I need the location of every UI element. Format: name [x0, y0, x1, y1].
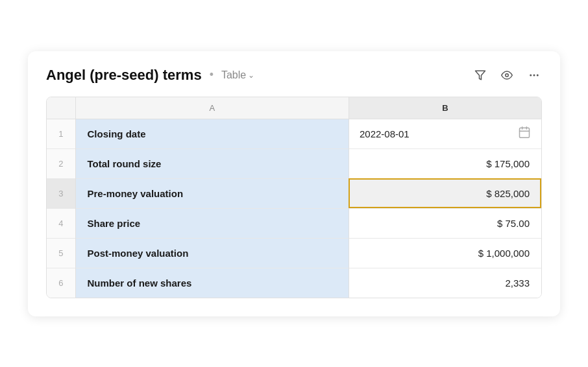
chevron-down-icon: ⌄ [248, 71, 254, 80]
svg-point-3 [533, 74, 535, 76]
header-dot: • [210, 68, 214, 82]
more-button[interactable] [526, 68, 542, 82]
row-value: $ 175,000 [349, 148, 541, 178]
row-number: 2 [47, 148, 75, 178]
table-row[interactable]: 2Total round size$ 175,000 [47, 148, 541, 178]
more-icon [528, 69, 541, 81]
row-label: Pre-money valuation [75, 178, 349, 208]
row-number: 1 [47, 119, 75, 148]
row-number: 4 [47, 208, 75, 238]
row-label: Post-money valuation [75, 238, 349, 268]
view-switcher[interactable]: Table ⌄ [221, 69, 254, 81]
eye-icon [500, 69, 513, 81]
row-label: Closing date [75, 119, 349, 148]
filter-icon [474, 69, 486, 81]
col-b-header: B [349, 97, 541, 119]
row-value[interactable]: $ 825,000 [349, 178, 541, 208]
data-table: A B 1Closing date2022-08-012Total round … [46, 97, 542, 298]
row-label: Total round size [75, 148, 349, 178]
row-value: $ 1,000,000 [349, 238, 541, 268]
row-number: 5 [47, 238, 75, 268]
table-row[interactable]: 3Pre-money valuation$ 825,000 [47, 178, 541, 208]
row-number: 6 [47, 268, 75, 298]
table-row[interactable]: 4Share price$ 75.00 [47, 208, 541, 238]
col-rownum-header [47, 97, 75, 119]
row-value: 2,333 [349, 268, 541, 298]
row-label: Share price [75, 208, 349, 238]
row-value: 2022-08-01 [349, 119, 541, 148]
card: Angel (pre-seed) terms • Table ⌄ [28, 51, 560, 316]
row-label: Number of new shares [75, 268, 349, 298]
svg-point-4 [537, 74, 539, 76]
page-title: Angel (pre-seed) terms [46, 67, 202, 84]
filter-button[interactable] [473, 68, 487, 82]
header-icons [473, 68, 542, 82]
table-header-row: A B [47, 97, 541, 119]
calendar-icon[interactable] [518, 126, 531, 142]
closing-date-value: 2022-08-01 [360, 128, 410, 139]
col-a-header: A [75, 97, 349, 119]
table-row[interactable]: 5Post-money valuation$ 1,000,000 [47, 238, 541, 268]
table-row[interactable]: 1Closing date2022-08-01 [47, 119, 541, 148]
row-number: 3 [47, 178, 75, 208]
svg-marker-0 [476, 71, 485, 80]
row-value: $ 75.00 [349, 208, 541, 238]
svg-rect-5 [520, 128, 530, 137]
view-label: Table [221, 69, 246, 81]
header: Angel (pre-seed) terms • Table ⌄ [46, 67, 542, 84]
visibility-button[interactable] [499, 68, 515, 82]
svg-point-2 [530, 74, 532, 76]
table-row[interactable]: 6Number of new shares2,333 [47, 268, 541, 298]
svg-point-1 [506, 73, 509, 77]
